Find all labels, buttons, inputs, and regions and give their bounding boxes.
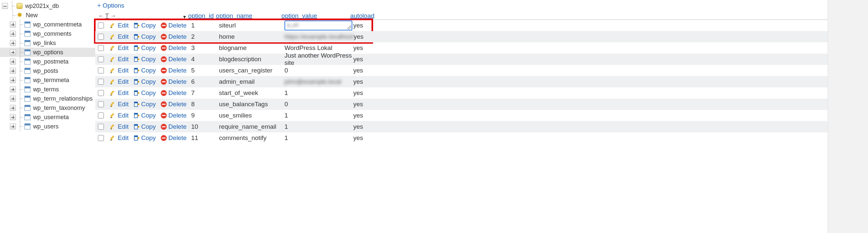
- row-checkbox[interactable]: [98, 45, 104, 51]
- sidebar-item-label[interactable]: wp_commentmeta: [33, 21, 82, 28]
- delete-button[interactable]: Delete: [160, 89, 187, 97]
- expand-icon[interactable]: [10, 105, 16, 111]
- expand-icon[interactable]: [10, 123, 16, 129]
- row-checkbox[interactable]: [98, 101, 104, 107]
- sidebar-item-wp-commentmeta[interactable]: wp_commentmeta: [0, 20, 95, 29]
- row-checkbox[interactable]: [98, 56, 104, 62]
- row-nav-arrows[interactable]: ← T →: [98, 12, 115, 20]
- inline-edit-input[interactable]: a_url: [284, 21, 352, 30]
- copy-button[interactable]: Copy: [133, 67, 156, 74]
- tree-new-node[interactable]: New: [0, 10, 95, 20]
- delete-button[interactable]: Delete: [160, 78, 187, 85]
- cell-option-value[interactable]: Just another WordPress site: [284, 52, 353, 66]
- row-checkbox[interactable]: [98, 124, 104, 130]
- arrow-left-icon[interactable]: ←: [98, 12, 104, 20]
- new-label[interactable]: New: [26, 12, 38, 19]
- delete-button[interactable]: Delete: [160, 123, 187, 130]
- sidebar-item-label[interactable]: wp_term_relationships: [33, 95, 93, 102]
- copy-button[interactable]: Copy: [133, 78, 156, 85]
- sidebar-item-wp-links[interactable]: wp_links: [0, 38, 95, 48]
- row-checkbox[interactable]: [98, 23, 104, 28]
- col-header-option-value[interactable]: option_value: [281, 12, 350, 20]
- expand-icon[interactable]: [10, 68, 16, 74]
- sidebar-item-label[interactable]: wp_term_taxonomy: [33, 105, 85, 112]
- sidebar-item-label[interactable]: wp_options: [33, 49, 63, 56]
- copy-button[interactable]: Copy: [133, 112, 156, 119]
- edit-button[interactable]: Edit: [110, 56, 129, 63]
- row-checkbox[interactable]: [98, 135, 104, 141]
- edit-button[interactable]: Edit: [110, 135, 129, 142]
- expand-icon[interactable]: [10, 31, 16, 37]
- row-checkbox[interactable]: [98, 90, 104, 96]
- col-header-option-id[interactable]: option_id: [188, 12, 216, 20]
- sidebar-item-wp-term-relationships[interactable]: wp_term_relationships: [0, 94, 95, 103]
- arrow-t-icon[interactable]: T: [105, 12, 109, 20]
- sidebar-item-wp-terms[interactable]: wp_terms: [0, 85, 95, 94]
- options-toggle[interactable]: + Options: [97, 2, 124, 9]
- delete-button[interactable]: Delete: [160, 67, 187, 74]
- expand-icon[interactable]: [10, 49, 16, 55]
- edit-button[interactable]: Edit: [110, 78, 129, 85]
- sidebar-item-wp-comments[interactable]: wp_comments: [0, 29, 95, 38]
- copy-button[interactable]: Copy: [133, 135, 156, 142]
- expand-icon[interactable]: [10, 40, 16, 46]
- delete-button[interactable]: Delete: [160, 45, 187, 52]
- copy-button[interactable]: Copy: [133, 22, 156, 29]
- cell-option-value[interactable]: 1: [284, 123, 353, 130]
- sidebar-item-label[interactable]: wp_comments: [33, 30, 71, 37]
- edit-button[interactable]: Edit: [110, 123, 129, 130]
- copy-button[interactable]: Copy: [133, 123, 156, 130]
- edit-button[interactable]: Edit: [110, 22, 129, 29]
- copy-button[interactable]: Copy: [133, 56, 156, 63]
- arrow-right-icon[interactable]: →: [110, 12, 116, 20]
- sidebar-item-label[interactable]: wp_postmeta: [33, 58, 68, 65]
- sidebar-item-label[interactable]: wp_termmeta: [33, 77, 69, 84]
- row-checkbox[interactable]: [98, 113, 104, 118]
- expand-icon[interactable]: [10, 22, 16, 27]
- sidebar-item-wp-term-taxonomy[interactable]: wp_term_taxonomy: [0, 103, 95, 113]
- delete-button[interactable]: Delete: [160, 100, 187, 108]
- tree-db-node[interactable]: wp2021x_db: [0, 1, 95, 10]
- delete-button[interactable]: Delete: [160, 112, 187, 119]
- copy-button[interactable]: Copy: [133, 89, 156, 97]
- col-header-option-name[interactable]: option_name: [216, 12, 281, 20]
- edit-button[interactable]: Edit: [110, 67, 129, 74]
- sidebar-item-label[interactable]: wp_users: [33, 123, 59, 130]
- sort-indicator-icon[interactable]: ▼: [182, 14, 187, 20]
- copy-button[interactable]: Copy: [133, 33, 156, 40]
- copy-button[interactable]: Copy: [133, 45, 156, 52]
- cell-option-value[interactable]: 1: [284, 135, 353, 142]
- row-checkbox[interactable]: [98, 79, 104, 85]
- cell-option-value[interactable]: 1: [284, 89, 353, 97]
- edit-button[interactable]: Edit: [110, 89, 129, 97]
- delete-button[interactable]: Delete: [160, 22, 187, 29]
- sidebar-item-label[interactable]: wp_posts: [33, 67, 58, 75]
- collapse-icon[interactable]: [2, 3, 8, 9]
- delete-button[interactable]: Delete: [160, 135, 187, 142]
- sidebar-item-wp-usermeta[interactable]: wp_usermeta: [0, 113, 95, 122]
- edit-button[interactable]: Edit: [110, 45, 129, 52]
- cell-option-value[interactable]: a_url: [284, 21, 353, 30]
- expand-icon[interactable]: [10, 96, 16, 101]
- cell-option-value[interactable]: WordPress Lokal: [284, 45, 353, 52]
- sidebar-item-label[interactable]: wp_links: [33, 40, 56, 47]
- sidebar-item-wp-users[interactable]: wp_users: [0, 122, 95, 131]
- cell-option-value[interactable]: john@example.local: [284, 78, 353, 85]
- sidebar-item-label[interactable]: wp_usermeta: [33, 114, 69, 121]
- expand-icon[interactable]: [10, 86, 16, 92]
- row-checkbox[interactable]: [98, 67, 104, 74]
- edit-button[interactable]: Edit: [110, 33, 129, 40]
- expand-icon[interactable]: [10, 59, 16, 64]
- copy-button[interactable]: Copy: [133, 100, 156, 108]
- cell-option-value[interactable]: 0: [284, 100, 353, 108]
- sidebar-item-wp-options[interactable]: wp_options: [0, 48, 95, 57]
- cell-option-value[interactable]: 1: [284, 112, 353, 119]
- sidebar-item-wp-postmeta[interactable]: wp_postmeta: [0, 57, 95, 66]
- row-checkbox[interactable]: [98, 34, 104, 40]
- expand-icon[interactable]: [10, 114, 16, 120]
- cell-option-value[interactable]: 0: [284, 67, 353, 74]
- sidebar-item-label[interactable]: wp_terms: [33, 86, 59, 93]
- col-header-autoload[interactable]: autoload: [350, 12, 380, 20]
- delete-button[interactable]: Delete: [160, 56, 187, 63]
- sidebar-item-wp-posts[interactable]: wp_posts: [0, 66, 95, 76]
